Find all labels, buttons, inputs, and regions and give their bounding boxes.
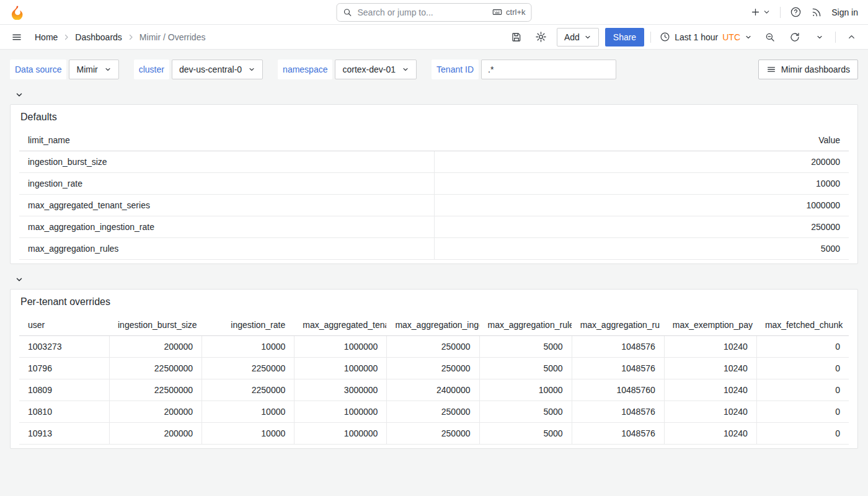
sign-in-link[interactable]: Sign in	[831, 7, 858, 17]
datasource-label: Data source	[10, 60, 66, 79]
column-header-max-aggregation-ingestion-rate[interactable]: max_aggregation_ingestion_rate	[386, 315, 479, 335]
variable-cluster: cluster dev-us-central-0	[134, 60, 263, 79]
table-cell: 5000	[434, 238, 849, 259]
share-button[interactable]: Share	[605, 28, 644, 46]
table-cell: 10000	[434, 173, 849, 194]
table-row: 1003273200000100001000000250000500010485…	[19, 336, 849, 358]
row-collapse-toggle-overrides[interactable]	[15, 275, 26, 285]
overrides-panel: Per-tenant overrides user ingestion_burs…	[10, 289, 858, 449]
table-cell: 10240	[664, 401, 756, 422]
help-icon[interactable]	[790, 6, 802, 18]
chevron-right-icon	[127, 33, 135, 41]
chevron-down-icon	[816, 33, 823, 41]
save-icon	[511, 32, 522, 43]
table-cell: 1048576	[572, 423, 664, 444]
timezone-label: UTC	[722, 32, 740, 42]
mimir-dashboards-button[interactable]: Mimir dashboards	[758, 60, 858, 79]
collapse-toolbar-button[interactable]	[842, 28, 861, 46]
table-cell: 1000000	[434, 195, 849, 216]
table-cell: 2250000	[202, 358, 294, 379]
table-row: max_aggregation_rules5000	[19, 238, 849, 260]
table-cell: 1003273	[19, 336, 109, 357]
tenant-id-value: .*	[488, 64, 494, 74]
table-cell: 250000	[386, 423, 479, 444]
chevron-down-icon	[763, 8, 771, 16]
table-cell: max_aggregation_ingestion_rate	[19, 216, 434, 237]
refresh-interval-button[interactable]	[810, 28, 829, 46]
chevron-down-icon	[104, 66, 112, 73]
table-cell: 200000	[434, 151, 849, 172]
table-cell: 10796	[19, 358, 109, 379]
table-body: ingestion_burst_size200000ingestion_rate…	[19, 151, 849, 260]
tenant-id-input[interactable]: .*	[481, 60, 616, 79]
breadcrumb-dashboards[interactable]: Dashboards	[75, 32, 122, 42]
search-input[interactable]: Search or jump to... ctrl+k	[337, 3, 532, 22]
column-header-max-aggregation-ru[interactable]: max_aggregation_ru	[572, 315, 664, 335]
topnav-actions: Sign in	[750, 6, 858, 18]
table-cell: 2250000	[202, 379, 294, 401]
share-button-label: Share	[613, 32, 636, 42]
column-header-ingestion-rate[interactable]: ingestion_rate	[202, 315, 294, 335]
table-row: ingestion_rate10000	[19, 173, 849, 195]
divider	[780, 7, 781, 18]
cluster-label: cluster	[134, 60, 169, 79]
divider	[835, 32, 836, 43]
table-cell: ingestion_rate	[19, 173, 434, 194]
cluster-select[interactable]: dev-us-central-0	[172, 60, 263, 79]
table-cell: 10000	[202, 423, 294, 444]
panel-title[interactable]: Defaults	[19, 109, 849, 130]
column-header-max-fetched-chunk[interactable]: max_fetched_chunk	[756, 315, 849, 335]
gear-icon	[535, 31, 547, 43]
top-navigation: Search or jump to... ctrl+k Sign in	[0, 0, 868, 25]
table-row: 1081020000010000100000025000050001048576…	[19, 401, 849, 423]
search-shortcut: ctrl+k	[492, 7, 525, 17]
table-row: 1079622500000225000010000002500005000104…	[19, 358, 849, 379]
table-cell: 10000	[202, 401, 294, 422]
table-cell: 3000000	[294, 379, 386, 401]
table-cell: 0	[756, 401, 849, 422]
mimir-dashboards-label: Mimir dashboards	[781, 64, 850, 74]
chevron-down-icon	[745, 33, 752, 41]
chevron-down-icon	[15, 275, 24, 284]
column-header-user[interactable]: user	[19, 315, 109, 335]
mega-menu-button[interactable]	[7, 28, 26, 46]
variable-namespace: namespace cortex-dev-01	[278, 60, 417, 79]
table-body: 1003273200000100001000000250000500010485…	[19, 336, 849, 445]
table-cell: 0	[756, 423, 849, 444]
table-cell: 0	[756, 336, 849, 357]
table-row: max_aggregation_ingestion_rate250000	[19, 216, 849, 238]
refresh-button[interactable]	[786, 28, 804, 46]
column-header-max-aggregation-rules[interactable]: max_aggregation_rules	[479, 315, 572, 335]
keyboard-icon	[492, 7, 502, 17]
news-rss-icon[interactable]	[811, 7, 822, 18]
datasource-select[interactable]: Mimir	[69, 60, 118, 79]
table-cell: 1048576	[572, 401, 664, 422]
search-placeholder: Search or jump to...	[358, 7, 487, 17]
column-header-limit-name[interactable]: limit_name	[19, 130, 434, 151]
time-range-picker[interactable]: Last 1 hour UTC	[657, 32, 755, 42]
table-cell: 10240	[664, 358, 756, 379]
new-menu-button[interactable]	[750, 7, 771, 17]
defaults-panel: Defaults limit_name Value ingestion_burs…	[10, 104, 858, 264]
column-header-value[interactable]: Value	[434, 130, 849, 151]
grafana-logo-icon[interactable]	[10, 5, 25, 20]
namespace-select[interactable]: cortex-dev-01	[335, 60, 417, 79]
time-zoom-out-button[interactable]	[761, 28, 779, 46]
breadcrumb-home[interactable]: Home	[35, 32, 58, 42]
search-icon	[343, 7, 353, 17]
column-header-max-aggregated-tenant-series[interactable]: max_aggregated_tenant_series	[294, 315, 386, 335]
table-cell: 10913	[19, 423, 109, 444]
table-cell: 10000	[479, 379, 572, 401]
variable-tenant: Tenant ID .*	[432, 60, 616, 79]
panel-title[interactable]: Per-tenant overrides	[19, 294, 849, 315]
dashboard-settings-button[interactable]	[532, 28, 551, 46]
column-header-ingestion-burst-size[interactable]: ingestion_burst_size	[109, 315, 202, 335]
row-collapse-toggle-defaults[interactable]	[15, 90, 26, 100]
divider	[650, 32, 651, 43]
table-cell: 250000	[434, 216, 849, 237]
add-button[interactable]: Add	[557, 28, 599, 46]
save-dashboard-button[interactable]	[507, 28, 526, 46]
table-cell: 22500000	[109, 358, 202, 379]
table-cell: 10485760	[572, 379, 664, 401]
column-header-max-exemption-pay[interactable]: max_exemption_pay	[664, 315, 756, 335]
